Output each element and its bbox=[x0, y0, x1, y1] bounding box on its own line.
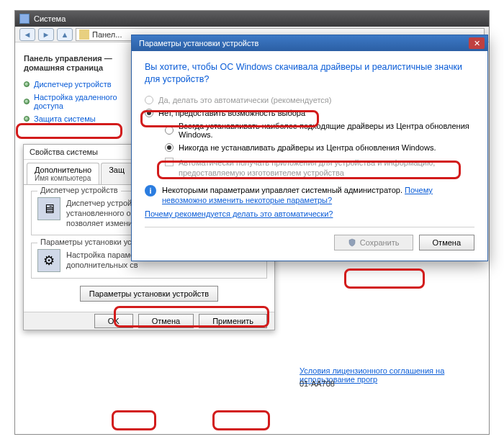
bullet-icon bbox=[24, 116, 30, 122]
tab-advanced[interactable]: Дополнительно Имя компьютера bbox=[27, 163, 99, 184]
dialog-titlebar: Параметры установки устройств ✕ bbox=[132, 35, 487, 51]
cancel-button[interactable]: Отмена bbox=[138, 314, 194, 328]
system-icon bbox=[19, 14, 30, 24]
divider bbox=[145, 227, 474, 227]
breadcrumb-text: Панел... bbox=[92, 30, 122, 39]
folder-icon bbox=[79, 30, 89, 40]
device-manager-legend: Диспетчер устройств bbox=[37, 186, 121, 194]
close-button[interactable]: ✕ bbox=[469, 37, 485, 49]
bullet-icon bbox=[24, 99, 30, 104]
control-panel-sidebar: Панель управления — домашняя страница Ди… bbox=[24, 54, 139, 127]
admin-info: i Некоторыми параметрами управляет систе… bbox=[145, 185, 474, 205]
sidebar-remote-settings[interactable]: Настройка удаленного доступа bbox=[24, 93, 139, 110]
tab-protection[interactable]: Защ bbox=[101, 163, 132, 184]
checkbox-auto-apps: Автоматически получать приложения для ус… bbox=[165, 158, 474, 178]
save-button[interactable]: Сохранить bbox=[334, 235, 413, 250]
bullet-icon bbox=[24, 81, 30, 87]
system-titlebar: Система bbox=[15, 11, 489, 27]
radio-icon bbox=[145, 109, 153, 117]
option-no-choose[interactable]: Нет, предоставить возможность выбора bbox=[145, 109, 474, 117]
sidebar-device-manager[interactable]: Диспетчер устройств bbox=[24, 80, 139, 89]
shield-icon bbox=[348, 238, 356, 247]
ok-button[interactable]: OK bbox=[94, 314, 133, 328]
info-icon: i bbox=[145, 185, 156, 197]
device-manager-icon: 🖥 bbox=[37, 197, 60, 220]
dialog-title: Параметры установки устройств bbox=[139, 39, 258, 48]
checkbox-icon bbox=[165, 158, 174, 166]
apply-button[interactable]: Применить bbox=[199, 314, 267, 328]
forward-button[interactable]: ► bbox=[38, 28, 54, 41]
sub-option-always[interactable]: Всегда устанавливать наиболее подходящие… bbox=[165, 122, 474, 139]
settings-icon: ⚙ bbox=[37, 249, 60, 272]
auto-why-link[interactable]: Почему рекомендуется делать это автомати… bbox=[145, 209, 333, 218]
radio-icon bbox=[145, 96, 153, 104]
option-yes-auto: Да, делать это автоматически (рекомендуе… bbox=[145, 96, 474, 104]
up-button[interactable]: ▲ bbox=[57, 28, 73, 41]
control-panel-home[interactable]: Панель управления — домашняя страница bbox=[24, 54, 139, 73]
system-properties-buttons: OK Отмена Применить bbox=[24, 312, 274, 330]
sub-option-never[interactable]: Никогда не устанавливать драйверы из Цен… bbox=[165, 143, 474, 152]
device-install-settings-button[interactable]: Параметры установки устройств bbox=[80, 286, 218, 302]
radio-icon bbox=[165, 126, 174, 135]
product-key-fragment: 01-AA708 bbox=[300, 379, 335, 388]
dialog-question: Вы хотите, чтобы ОС Windows скачивала др… bbox=[145, 61, 474, 86]
dialog-cancel-button[interactable]: Отмена bbox=[419, 235, 474, 250]
radio-icon bbox=[165, 143, 174, 152]
system-title: Система bbox=[34, 14, 66, 23]
back-button[interactable]: ◄ bbox=[19, 28, 35, 41]
sidebar-system-protection[interactable]: Защита системы bbox=[24, 114, 139, 123]
device-install-dialog: Параметры установки устройств ✕ Вы хотит… bbox=[131, 35, 488, 261]
